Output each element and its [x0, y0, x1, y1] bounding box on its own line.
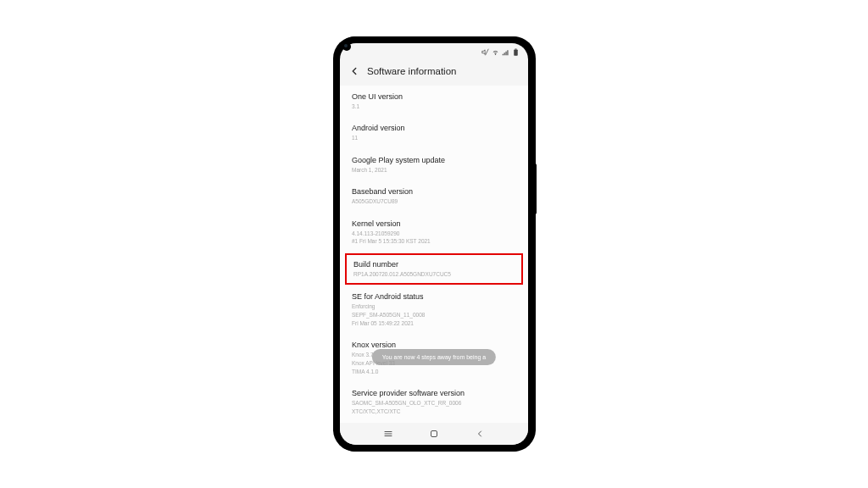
- item-title: One UI version: [352, 92, 516, 103]
- header: Software information: [340, 60, 528, 86]
- item-title: Google Play system update: [352, 156, 516, 166]
- item-sub: RP1A.200720.012.A505GNDXU7CUC5: [353, 271, 515, 279]
- svg-rect-2: [514, 49, 518, 55]
- item-sub: A505GDXU7CU89: [352, 198, 516, 206]
- item-sub: 11: [352, 135, 516, 142]
- svg-line-0: [486, 48, 489, 55]
- item-sub: Fri Mar 05 15:49:22 2021: [352, 320, 516, 328]
- recents-icon[interactable]: [383, 429, 393, 439]
- item-title: Android version: [352, 124, 516, 134]
- status-bar: [340, 43, 528, 60]
- battery-icon: [512, 48, 520, 56]
- back-icon[interactable]: [348, 65, 360, 77]
- item-android-version[interactable]: Android version 11: [340, 117, 528, 148]
- volume-icon: [481, 48, 489, 56]
- item-kernel-version[interactable]: Kernel version 4.14.113-21059290 #1 Fri …: [340, 213, 528, 252]
- item-title: Service provider software version: [352, 389, 516, 399]
- item-sub: 3.1: [352, 103, 516, 111]
- signal-icon: [502, 48, 509, 56]
- toast: You are now 4 steps away from being a: [372, 349, 496, 365]
- item-sub: SEPF_SM-A505GN_11_0008: [352, 312, 516, 319]
- screen: Software information One UI version 3.1 …: [340, 43, 528, 445]
- item-baseband-version[interactable]: Baseband version A505GDXU7CU89: [340, 180, 528, 212]
- item-build-number[interactable]: Build number RP1A.200720.012.A505GNDXU7C…: [345, 253, 523, 285]
- page-title: Software information: [367, 66, 456, 76]
- item-sub: Enforcing: [352, 303, 516, 311]
- item-one-ui-version[interactable]: One UI version 3.1: [340, 86, 528, 117]
- front-camera: [342, 42, 351, 51]
- back-nav-icon[interactable]: [475, 429, 485, 439]
- svg-point-1: [495, 53, 496, 54]
- item-google-play-update[interactable]: Google Play system update March 1, 2021: [340, 149, 528, 180]
- item-sub: 4.14.113-21059290: [352, 230, 516, 238]
- content[interactable]: One UI version 3.1 Android version 11 Go…: [340, 86, 528, 423]
- item-title: Baseband version: [352, 187, 516, 197]
- item-sub: #1 Fri Mar 5 15:35:30 KST 2021: [352, 238, 516, 246]
- item-title: SE for Android status: [352, 292, 516, 302]
- item-service-provider-version[interactable]: Service provider software version SAOMC_…: [340, 382, 528, 422]
- item-title: Kernel version: [352, 219, 516, 230]
- item-title: Build number: [353, 260, 515, 270]
- item-se-android-status[interactable]: SE for Android status Enforcing SEPF_SM-…: [340, 286, 528, 334]
- svg-rect-7: [431, 431, 437, 437]
- wifi-icon: [492, 48, 499, 56]
- item-sub: SAOMC_SM-A505GN_OLO_XTC_RR_0006: [352, 400, 516, 408]
- item-sub: March 1, 2021: [352, 167, 516, 175]
- home-icon[interactable]: [429, 429, 439, 439]
- item-sub: XTC/XTC,XTC/XTC: [352, 408, 516, 416]
- navigation-bar: [340, 423, 528, 445]
- phone-frame: Software information One UI version 3.1 …: [334, 36, 534, 452]
- toast-text: You are now 4 steps away from being a: [382, 354, 486, 360]
- item-sub: TIMA 4.1.0: [352, 369, 516, 376]
- svg-rect-3: [515, 48, 516, 49]
